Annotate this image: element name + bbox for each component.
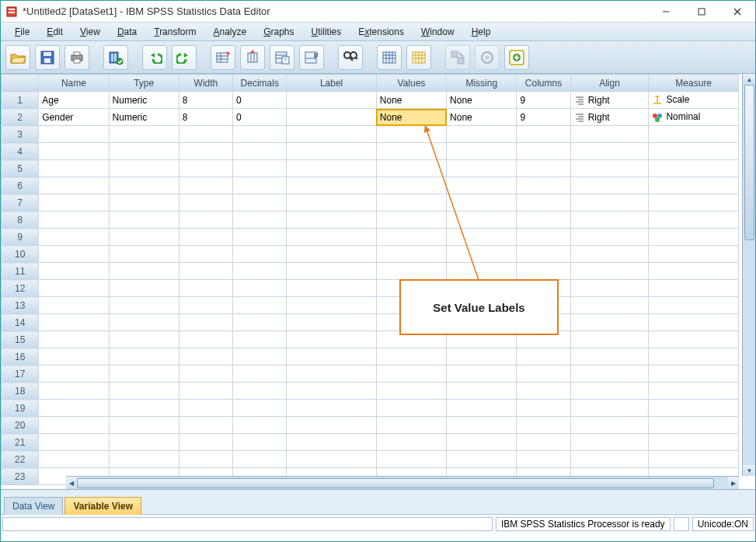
table-row[interactable]: 12 [2, 280, 739, 297]
empty-cell[interactable] [570, 194, 649, 212]
empty-cell[interactable] [570, 160, 649, 177]
empty-cell[interactable] [447, 229, 517, 246]
empty-cell[interactable] [517, 160, 570, 177]
empty-cell[interactable] [376, 263, 446, 280]
empty-cell[interactable] [179, 314, 232, 331]
row-header[interactable]: 7 [2, 194, 39, 212]
table-row[interactable]: 21 [2, 434, 739, 451]
empty-cell[interactable] [649, 314, 739, 331]
empty-cell[interactable] [376, 143, 446, 160]
empty-cell[interactable] [39, 143, 109, 160]
tab-variable-view[interactable]: Variable View [64, 497, 141, 515]
empty-cell[interactable] [233, 434, 287, 451]
empty-cell[interactable] [376, 348, 446, 365]
vertical-scrollbar[interactable]: ▲ ▼ [742, 74, 755, 476]
empty-cell[interactable] [233, 417, 287, 434]
empty-cell[interactable] [287, 331, 376, 348]
empty-cell[interactable] [179, 194, 232, 212]
menu-analyze[interactable]: Analyze [205, 25, 254, 39]
empty-cell[interactable] [287, 297, 376, 314]
empty-cell[interactable] [376, 160, 446, 177]
empty-cell[interactable] [109, 400, 179, 417]
empty-cell[interactable] [570, 451, 649, 468]
tab-data-view[interactable]: Data View [4, 497, 63, 515]
empty-cell[interactable] [447, 126, 517, 143]
col-columns[interactable]: Columns [517, 75, 570, 92]
empty-cell[interactable] [109, 229, 179, 246]
col-values[interactable]: Values [376, 75, 446, 92]
cell-width[interactable]: 8 [179, 109, 232, 126]
row-header[interactable]: 4 [2, 143, 39, 160]
cell-type[interactable]: Numeric [109, 109, 179, 126]
col-decimals[interactable]: Decimals [233, 75, 287, 92]
empty-cell[interactable] [447, 417, 517, 434]
table-row[interactable]: 11 [2, 263, 739, 280]
empty-cell[interactable] [376, 417, 446, 434]
maximize-button[interactable] [684, 1, 719, 23]
empty-cell[interactable] [233, 331, 287, 348]
row-header[interactable]: 6 [2, 177, 39, 194]
empty-cell[interactable] [109, 212, 179, 229]
row-header[interactable]: 1 [2, 92, 39, 109]
empty-cell[interactable] [376, 400, 446, 417]
empty-cell[interactable] [376, 212, 446, 229]
empty-cell[interactable] [233, 126, 287, 143]
empty-cell[interactable] [517, 383, 570, 400]
empty-cell[interactable] [233, 280, 287, 297]
empty-cell[interactable] [233, 143, 287, 160]
empty-cell[interactable] [376, 126, 446, 143]
scroll-down-arrow[interactable]: ▼ [743, 465, 755, 476]
empty-cell[interactable] [447, 348, 517, 365]
scroll-right-arrow[interactable]: ▶ [728, 477, 739, 489]
empty-cell[interactable] [39, 417, 109, 434]
empty-cell[interactable] [287, 434, 376, 451]
empty-cell[interactable] [447, 383, 517, 400]
empty-cell[interactable] [233, 365, 287, 383]
empty-cell[interactable] [517, 177, 570, 194]
open-button[interactable] [5, 45, 30, 70]
empty-cell[interactable] [649, 212, 739, 229]
table-row[interactable]: 17 [2, 365, 739, 383]
empty-cell[interactable] [570, 263, 649, 280]
empty-cell[interactable] [287, 177, 376, 194]
insert-variable-button[interactable] [406, 45, 431, 70]
col-width[interactable]: Width [179, 75, 232, 92]
empty-cell[interactable] [179, 263, 232, 280]
run-button[interactable]: μ [299, 45, 324, 70]
menu-utilities[interactable]: Utilities [304, 25, 350, 39]
empty-cell[interactable] [570, 348, 649, 365]
table-row[interactable]: 1AgeNumeric80NoneNone9RightScale [2, 92, 739, 109]
row-header[interactable]: 17 [2, 365, 39, 383]
empty-cell[interactable] [570, 246, 649, 263]
col-name[interactable]: Name [39, 75, 109, 92]
empty-cell[interactable] [233, 400, 287, 417]
empty-cell[interactable] [287, 314, 376, 331]
table-row[interactable]: 15 [2, 331, 739, 348]
col-measure[interactable]: Measure [649, 75, 739, 92]
empty-cell[interactable] [287, 417, 376, 434]
empty-cell[interactable] [517, 417, 570, 434]
table-row[interactable]: 19 [2, 400, 739, 417]
horizontal-scroll-thumb[interactable] [77, 478, 714, 488]
empty-cell[interactable] [287, 126, 376, 143]
empty-cell[interactable] [517, 348, 570, 365]
empty-cell[interactable] [649, 434, 739, 451]
row-header[interactable]: 10 [2, 246, 39, 263]
split-file-button[interactable] [445, 45, 470, 70]
scroll-left-arrow[interactable]: ◀ [66, 477, 77, 489]
cell-label[interactable] [287, 109, 376, 126]
print-button[interactable] [64, 45, 89, 70]
empty-cell[interactable] [447, 434, 517, 451]
empty-cell[interactable] [109, 348, 179, 365]
cell-type[interactable]: Numeric [109, 92, 179, 109]
empty-cell[interactable] [109, 331, 179, 348]
empty-cell[interactable] [233, 348, 287, 365]
empty-cell[interactable] [179, 331, 232, 348]
empty-cell[interactable] [287, 160, 376, 177]
menu-transform[interactable]: Transform [146, 25, 204, 39]
table-row[interactable]: 13 [2, 297, 739, 314]
empty-cell[interactable] [233, 297, 287, 314]
table-row[interactable]: 14 [2, 314, 739, 331]
cell-label[interactable] [287, 92, 376, 109]
empty-cell[interactable] [649, 348, 739, 365]
